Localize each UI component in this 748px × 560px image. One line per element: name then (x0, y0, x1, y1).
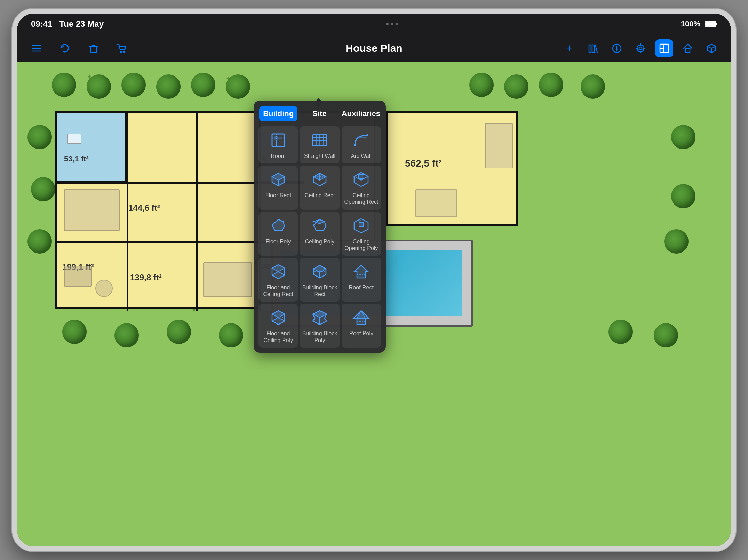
tree (27, 229, 52, 254)
right-wing-label: 562,5 ft² (405, 158, 442, 169)
arc-wall-label: Arc Wall (351, 153, 372, 159)
ceiling-rect-icon (310, 170, 329, 189)
room-label-4: 139,8 ft² (130, 273, 162, 282)
sink (67, 134, 81, 144)
tree (504, 74, 528, 99)
ceiling-opening-rect-label: Ceiling Opening Rect (344, 192, 379, 205)
tree (664, 229, 689, 254)
target-button[interactable] (631, 39, 650, 57)
grid-item-floor-ceiling-rect[interactable]: Floor and Ceiling Rect (258, 258, 298, 302)
toolbar-title: House Plan (345, 42, 402, 54)
straight-wall-label: Straight Wall (304, 153, 335, 159)
floor-plan-button[interactable] (655, 39, 673, 57)
status-right: 100% (681, 19, 717, 29)
bathroom-blue (57, 113, 127, 182)
library-button[interactable] (584, 39, 602, 57)
building-block-poly-icon (310, 308, 329, 327)
grid-item-arc-wall[interactable]: Arc Wall (342, 126, 381, 163)
floor-poly-icon (269, 216, 288, 235)
floor-ceiling-rect-icon (269, 262, 288, 281)
grid-item-roof-rect[interactable]: Roof Rect (342, 258, 381, 302)
menu-button[interactable] (27, 39, 46, 57)
tree (671, 125, 695, 149)
tree (87, 74, 111, 99)
tree (167, 320, 191, 344)
roof-rect-label: Roof Rect (349, 284, 374, 291)
ipad-screen: 09:41 Tue 23 May 100% (17, 14, 731, 546)
room-label-1: 53,1 ft² (64, 154, 89, 163)
battery-icon (705, 21, 717, 27)
svg-point-8 (124, 51, 125, 53)
tree (608, 320, 633, 344)
status-dots (386, 23, 398, 25)
grid-item-room[interactable]: Room (258, 126, 298, 163)
add-button[interactable]: + (560, 39, 579, 57)
info-button[interactable] (608, 39, 626, 57)
room-icon (269, 130, 288, 150)
grid-item-building-block-poly[interactable]: Building Block Poly (300, 304, 339, 347)
date: Tue 23 May (59, 19, 104, 29)
svg-line-22 (707, 46, 711, 48)
tree (226, 74, 250, 99)
tree (191, 73, 215, 97)
delete-button[interactable] (85, 39, 103, 57)
status-left: 09:41 Tue 23 May (31, 19, 104, 29)
room-label: Room (271, 153, 286, 159)
grid-item-roof-poly[interactable]: Roof Poly (342, 304, 381, 347)
tree (62, 320, 87, 344)
ceiling-opening-rect-icon (351, 170, 371, 189)
roof-poly-icon (351, 308, 371, 327)
sofa (64, 266, 92, 287)
popup-menu: Building Site Auxiliaries (254, 101, 386, 353)
cart-button[interactable] (113, 39, 131, 57)
grid-item-ceiling-rect[interactable]: Ceiling Rect (300, 166, 339, 209)
bed-1 (64, 189, 120, 231)
tab-building[interactable]: Building (259, 106, 297, 121)
house-button[interactable] (679, 39, 697, 57)
toolbar-right: + (560, 39, 721, 57)
floor-rect-icon (269, 170, 288, 189)
tree (156, 74, 181, 99)
room-label-2: 144,6 ft² (128, 203, 160, 213)
time: 09:41 (31, 19, 52, 29)
tree (114, 323, 139, 347)
floor-ceiling-poly-icon (269, 308, 288, 327)
cube-button[interactable] (702, 39, 721, 57)
ceiling-opening-poly-icon (351, 216, 371, 235)
grid-item-ceiling-opening-rect[interactable]: Ceiling Opening Rect (342, 166, 381, 209)
tree (539, 73, 563, 97)
tab-site[interactable]: Site (300, 106, 339, 121)
svg-rect-6 (91, 46, 96, 53)
tree (581, 74, 605, 99)
tree (27, 125, 52, 149)
tree (219, 323, 243, 347)
grid-item-building-block-rect[interactable]: Building Block Rect (300, 258, 339, 302)
tab-auxiliaries[interactable]: Auxiliaries (342, 106, 380, 121)
grid-item-floor-poly[interactable]: Floor Poly (258, 212, 298, 256)
svg-point-13 (639, 47, 642, 50)
svg-rect-21 (686, 48, 690, 53)
undo-button[interactable] (56, 39, 74, 57)
grid-item-floor-ceiling-poly[interactable]: Floor and Ceiling Poly (258, 304, 298, 347)
svg-rect-2 (705, 22, 715, 26)
popup-grid: Room (254, 121, 386, 353)
floor-ceiling-poly-label: Floor and Ceiling Poly (261, 330, 296, 343)
roof-poly-label: Roof Poly (349, 330, 373, 337)
tree (671, 184, 695, 208)
canvas-area: ✦ ✦ ✦ ✦ ✦ ✦ (17, 62, 731, 546)
sofa-right (485, 123, 513, 168)
grid-item-ceiling-opening-poly[interactable]: Ceiling Opening Poly (342, 212, 381, 256)
grid-item-floor-rect[interactable]: Floor Rect (258, 166, 298, 209)
svg-rect-26 (274, 136, 278, 140)
toolbar-left (27, 39, 131, 57)
tree (52, 73, 76, 97)
right-wing: 562,5 ft² (386, 111, 518, 226)
grid-item-ceiling-poly[interactable]: Ceiling Poly (300, 212, 339, 256)
svg-rect-25 (272, 134, 285, 146)
bed-2 (203, 262, 252, 297)
building-block-poly-label: Building Block Poly (302, 330, 337, 343)
grid-item-straight-wall[interactable]: Straight Wall (300, 126, 339, 163)
svg-rect-41 (358, 174, 364, 178)
svg-point-7 (120, 51, 122, 53)
tree (121, 73, 146, 97)
